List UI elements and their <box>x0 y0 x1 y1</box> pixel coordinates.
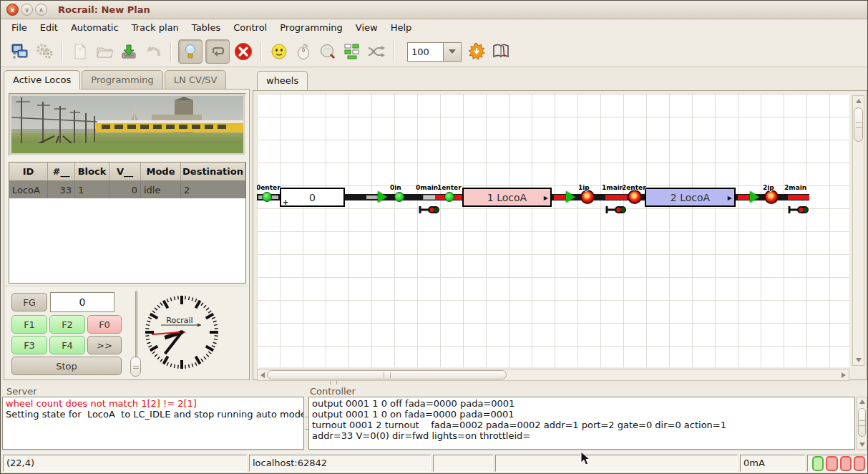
block-0[interactable]: 0+ <box>280 188 345 207</box>
track-vscroll-thumb[interactable] <box>854 107 863 142</box>
status-host: localhost:62842 <box>249 455 431 472</box>
tab-ln-cv-sv[interactable]: LN CV/SV <box>165 70 227 90</box>
controller-scroll-thumb[interactable] <box>858 408 866 437</box>
signal-green-arrow <box>750 191 759 203</box>
stop-button[interactable]: Stop <box>11 357 122 375</box>
col-mode[interactable]: Mode <box>141 163 181 181</box>
loco-properties-icon[interactable] <box>269 42 289 62</box>
menu-programming[interactable]: Programming <box>273 19 349 37</box>
close-icon[interactable]: x <box>6 4 19 16</box>
scroll-up-icon[interactable] <box>856 99 862 103</box>
router-shuffle-icon[interactable] <box>366 42 386 62</box>
menu-help[interactable]: Help <box>384 19 419 37</box>
settings-gears-icon[interactable] <box>34 42 54 62</box>
scroll-down-icon[interactable] <box>859 442 865 447</box>
title-bar[interactable]: x ∨ ∧ Rocrail: New Plan <box>1 1 867 19</box>
controller-line: turnout 0001 2 turnout fada=0002 pada=00… <box>312 420 852 430</box>
status-led-red <box>840 456 852 471</box>
horizontal-splitter[interactable] <box>1 380 868 385</box>
col-v[interactable]: V__ <box>109 163 141 181</box>
throttle-panel: FG F1 F2 F0 F3 F4 >> Stop Rocrail <box>4 286 249 379</box>
slider-thumb[interactable] <box>130 357 141 377</box>
dwarf-signal <box>605 205 627 218</box>
signal-green-arrow <box>566 191 575 203</box>
scroll-left-icon[interactable] <box>260 372 265 378</box>
scroll-up-icon[interactable] <box>859 400 865 404</box>
track-hscroll-thumb[interactable] <box>267 370 507 379</box>
save-plan-icon[interactable] <box>119 42 139 62</box>
auto-mode-button[interactable] <box>205 39 230 64</box>
block-2[interactable]: 2 LocoA▶ <box>645 188 736 207</box>
undo-icon[interactable] <box>143 42 163 62</box>
col-block[interactable]: Block <box>75 163 109 181</box>
zoom-input[interactable] <box>407 42 443 62</box>
sensor-1ip[interactable] <box>580 190 595 204</box>
route-red <box>738 195 751 200</box>
scroll-down-icon[interactable] <box>856 358 862 362</box>
col-id[interactable]: ID <box>9 163 48 181</box>
f0-button[interactable]: F0 <box>87 315 122 334</box>
menu-track-plan[interactable]: Track plan <box>125 19 185 37</box>
server-log[interactable]: wheel count does not match 1[2] != 2[1] … <box>2 397 304 450</box>
sensor-1main <box>605 195 627 200</box>
toolbar-separator <box>170 42 172 62</box>
block-1[interactable]: 1 LocoA▶ <box>462 188 552 207</box>
f4-button[interactable]: F4 <box>49 336 85 354</box>
tab-wheels[interactable]: wheels <box>257 71 308 90</box>
scroll-right-icon[interactable] <box>842 372 846 378</box>
fg-button[interactable]: FG <box>11 293 47 311</box>
rocrail-window: x ∨ ∧ Rocrail: New Plan File Edit Automa… <box>0 0 868 474</box>
menu-view[interactable]: View <box>349 19 384 37</box>
col-destination[interactable]: Destination <box>181 163 245 181</box>
menu-automatic[interactable]: Automatic <box>64 19 125 37</box>
sensor-0enter[interactable] <box>262 192 272 202</box>
track-plan-canvas[interactable]: 0enter0+0in0main1enter1 LocoA▶1ip1main2e… <box>257 94 849 367</box>
function-group-value[interactable] <box>50 292 114 312</box>
open-plan-icon[interactable] <box>94 42 114 62</box>
sensor-0in[interactable] <box>394 192 404 202</box>
emergency-stop-icon[interactable] <box>233 42 253 62</box>
connect-server-icon[interactable] <box>10 42 30 62</box>
col-addr[interactable]: #__ <box>48 163 75 181</box>
track-sensor-label: 1ip <box>578 184 590 191</box>
block-direction-icon: ▶ <box>544 194 548 200</box>
track-hscrollbar[interactable] <box>257 369 849 381</box>
zoom-combobox <box>407 42 462 62</box>
analyzer-globe-icon[interactable] <box>318 42 338 62</box>
zoom-dropdown-button[interactable] <box>443 42 462 62</box>
status-led-red <box>826 456 837 471</box>
rotate-workspace-icon[interactable] <box>467 42 487 62</box>
controller-scrollbar[interactable] <box>857 397 867 450</box>
speed-slider[interactable] <box>130 289 142 377</box>
menu-tables[interactable]: Tables <box>185 19 227 37</box>
new-plan-icon[interactable] <box>70 42 90 62</box>
block-label: 0 <box>309 192 316 203</box>
status-cell-3 <box>433 455 493 472</box>
route-red <box>554 195 567 200</box>
menu-file[interactable]: File <box>5 19 34 37</box>
controller-log-title: Controller <box>310 386 356 397</box>
dwarf-signal <box>419 205 440 218</box>
track-sensor-label: 1enter <box>437 184 462 191</box>
tab-programming[interactable]: Programming <box>82 70 163 90</box>
help-book-icon[interactable] <box>491 42 511 62</box>
maximize-icon[interactable]: ∧ <box>35 4 47 16</box>
track-blocks-icon[interactable] <box>342 42 362 62</box>
more-functions-button[interactable]: >> <box>87 336 122 354</box>
cell-v: 0 <box>109 181 141 198</box>
menu-edit[interactable]: Edit <box>34 19 64 37</box>
track-vscrollbar[interactable] <box>852 95 864 366</box>
tab-active-locos[interactable]: Active Locos <box>4 70 80 90</box>
f1-button[interactable]: F1 <box>11 315 47 334</box>
f3-button[interactable]: F3 <box>11 336 47 354</box>
loco-row-selected[interactable]: LocoA 33 1 0 idle 2 <box>9 181 245 198</box>
menu-control[interactable]: Control <box>227 19 273 37</box>
power-on-button[interactable] <box>178 39 203 64</box>
mouse-control-icon[interactable] <box>293 42 313 62</box>
minimize-icon[interactable]: ∨ <box>21 4 33 16</box>
f2-button[interactable]: F2 <box>49 315 85 334</box>
controller-log[interactable]: output 0001 1 0 off fada=0000 pada=0001 … <box>308 397 855 450</box>
sensor-1enter[interactable] <box>444 192 454 202</box>
sensor-2enter[interactable] <box>628 190 642 204</box>
sensor-2ip[interactable] <box>764 190 779 204</box>
